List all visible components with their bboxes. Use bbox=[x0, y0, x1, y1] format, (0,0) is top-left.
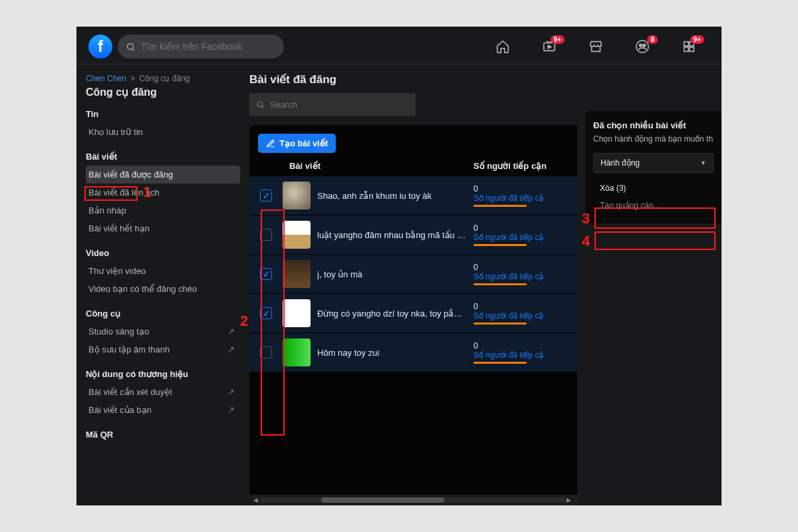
svg-point-5 bbox=[639, 44, 642, 47]
post-reach: 0Số người đã tiếp cậ bbox=[473, 341, 567, 364]
app-window: f 9+ 8 9+ bbox=[76, 27, 722, 505]
post-title: j, toy ủn mà bbox=[317, 269, 473, 279]
post-reach: 0Số người đã tiếp cậ bbox=[473, 184, 567, 207]
th-post: Bài viết bbox=[283, 161, 473, 171]
sidebar-item-video-library[interactable]: Thư viện video bbox=[86, 262, 240, 280]
row-checkbox[interactable] bbox=[260, 190, 272, 201]
th-reach: Số người tiếp cận bbox=[473, 161, 567, 171]
external-icon: ↗ bbox=[227, 327, 235, 336]
post-title: Shao, anh zẫn khum iu toy àk bbox=[317, 191, 473, 201]
sidebar-heading: Công cụ đăng bbox=[86, 86, 243, 98]
global-search[interactable] bbox=[118, 35, 284, 59]
horizontal-scrollbar[interactable]: ◀ ▶ bbox=[249, 495, 577, 505]
sidebar-item-scheduled[interactable]: Bài viết đã lên lịch bbox=[86, 184, 240, 201]
action-delete[interactable]: Xóa (3) bbox=[593, 180, 714, 197]
post-thumbnail bbox=[283, 260, 311, 288]
sidebar-item-drafts[interactable]: Bản nháp bbox=[86, 201, 240, 219]
external-icon: ↗ bbox=[227, 387, 235, 397]
scroll-right-icon[interactable]: ▶ bbox=[567, 497, 573, 503]
sidebar-item-expired[interactable]: Bài viết hết hạn bbox=[86, 219, 240, 237]
panel-title: Đã chọn nhiều bài viết bbox=[593, 120, 714, 130]
svg-rect-10 bbox=[690, 47, 694, 51]
content: Chen Chen > Công cụ đăng Công cụ đăng Ti… bbox=[76, 65, 722, 505]
facebook-logo[interactable]: f bbox=[88, 35, 112, 59]
post-title: Đừng có yangho dzí toy nka, toy pắn ák bbox=[317, 309, 473, 319]
main-left: Bài viết đã đăng Tạo bài viết Bài viết S… bbox=[249, 72, 577, 505]
table-row[interactable]: Hôm nay toy zui 0Số người đã tiếp cậ bbox=[249, 333, 577, 372]
nav-groups[interactable]: 8 bbox=[635, 39, 650, 54]
table-row[interactable]: luật yangho đâm nhau bằng mã tấu iem iu … bbox=[249, 215, 577, 255]
breadcrumb-second: Công cụ đăng bbox=[139, 74, 190, 83]
svg-rect-7 bbox=[684, 42, 688, 46]
post-title: Hôm nay toy zui bbox=[317, 348, 473, 358]
row-checkbox[interactable] bbox=[260, 268, 272, 280]
breadcrumb-first[interactable]: Chen Chen bbox=[86, 74, 126, 83]
create-post-button[interactable]: Tạo bài viết bbox=[258, 134, 336, 153]
topbar: f 9+ 8 9+ bbox=[76, 27, 722, 65]
svg-line-1 bbox=[132, 49, 134, 51]
post-title: luật yangho đâm nhau bằng mã tấu iem iu … bbox=[317, 230, 473, 240]
section-branded: Nội dung có thương hiệu bbox=[86, 369, 243, 379]
post-reach: 0Số người đã tiếp cậ bbox=[473, 302, 567, 325]
bulk-action-panel: Đã chọn nhiều bài viết Chọn hành động mà… bbox=[585, 111, 722, 223]
table-rows: Shao, anh zẫn khum iu toy àk 0Số người đ… bbox=[249, 176, 577, 495]
table-row[interactable]: j, toy ủn mà 0Số người đã tiếp cậ bbox=[249, 255, 577, 294]
compose-icon bbox=[266, 139, 275, 148]
svg-point-11 bbox=[257, 102, 262, 106]
nav-marketplace[interactable] bbox=[589, 39, 603, 54]
post-reach: 0Số người đã tiếp cậ bbox=[473, 263, 567, 285]
breadcrumb-sep: > bbox=[130, 74, 135, 83]
svg-point-6 bbox=[643, 44, 646, 47]
svg-point-0 bbox=[128, 43, 134, 49]
sidebar-item-sound-collection[interactable]: Bộ sưu tập âm thanh↗ bbox=[86, 340, 240, 358]
post-thumbnail bbox=[283, 182, 311, 209]
sidebar-item-crosspost[interactable]: Video bạn có thể đăng chéo bbox=[86, 280, 240, 298]
gaming-badge: 9+ bbox=[690, 35, 704, 44]
sidebar-item-review[interactable]: Bài viết cần xét duyệt↗ bbox=[86, 383, 240, 401]
post-thumbnail bbox=[283, 299, 311, 327]
main: Bài viết đã đăng Tạo bài viết Bài viết S… bbox=[243, 65, 722, 505]
section-qr: Mã QR bbox=[86, 430, 243, 440]
home-icon bbox=[495, 39, 510, 54]
search-icon bbox=[126, 42, 136, 52]
panel-subtitle: Chọn hành động mà bạn muốn thự bbox=[593, 134, 714, 144]
post-thumbnail bbox=[283, 338, 311, 366]
sidebar: Chen Chen > Công cụ đăng Công cụ đăng Ti… bbox=[76, 65, 243, 505]
table-row[interactable]: Shao, anh zẫn khum iu toy àk 0Số người đ… bbox=[249, 176, 577, 215]
scroll-left-icon[interactable]: ◀ bbox=[253, 497, 260, 503]
global-search-input[interactable] bbox=[141, 41, 276, 52]
section-tools: Công cụ bbox=[86, 309, 243, 319]
nav-watch[interactable]: 9+ bbox=[542, 39, 557, 54]
table-row[interactable]: Đừng có yangho dzí toy nka, toy pắn ák 0… bbox=[249, 294, 577, 333]
posts-panel: Tạo bài viết Bài viết Số người tiếp cận … bbox=[249, 125, 577, 505]
post-search-input[interactable] bbox=[270, 100, 409, 110]
post-search[interactable] bbox=[249, 93, 416, 116]
nav-icons: 9+ 8 9+ bbox=[495, 39, 696, 54]
external-icon: ↗ bbox=[227, 405, 235, 415]
nav-home[interactable] bbox=[495, 39, 510, 54]
table-header: Bài viết Số người tiếp cận bbox=[249, 153, 577, 176]
post-reach: 0Số người đã tiếp cậ bbox=[473, 223, 567, 246]
section-posts: Bài viết bbox=[86, 152, 243, 162]
action-dropdown-label: Hành động bbox=[600, 158, 640, 168]
action-create-ad[interactable]: Tạo quảng cáo... bbox=[593, 197, 714, 214]
svg-marker-3 bbox=[548, 45, 551, 49]
breadcrumb: Chen Chen > Công cụ đăng bbox=[86, 74, 243, 83]
sidebar-item-published[interactable]: Bài viết đã được đăng bbox=[86, 166, 240, 184]
nav-gaming[interactable]: 9+ bbox=[682, 39, 696, 54]
row-checkbox[interactable] bbox=[260, 307, 272, 319]
groups-badge: 8 bbox=[647, 35, 658, 44]
page-title: Bài viết đã đăng bbox=[249, 72, 577, 86]
sidebar-item-creator-studio[interactable]: Studio sáng tạo↗ bbox=[86, 323, 240, 340]
row-checkbox[interactable] bbox=[260, 346, 272, 358]
section-tin: Tin bbox=[86, 109, 243, 119]
sidebar-item-your-posts[interactable]: Bài viết của bạn↗ bbox=[86, 401, 240, 419]
row-checkbox[interactable] bbox=[260, 229, 272, 241]
sidebar-item-archive[interactable]: Kho lưu trữ tin bbox=[86, 123, 240, 141]
marketplace-icon bbox=[589, 39, 603, 54]
watch-badge: 9+ bbox=[551, 35, 565, 44]
search-icon bbox=[256, 100, 265, 109]
svg-point-4 bbox=[636, 41, 648, 53]
action-dropdown[interactable]: Hành động ▼ bbox=[593, 153, 714, 173]
section-video: Video bbox=[86, 248, 243, 258]
